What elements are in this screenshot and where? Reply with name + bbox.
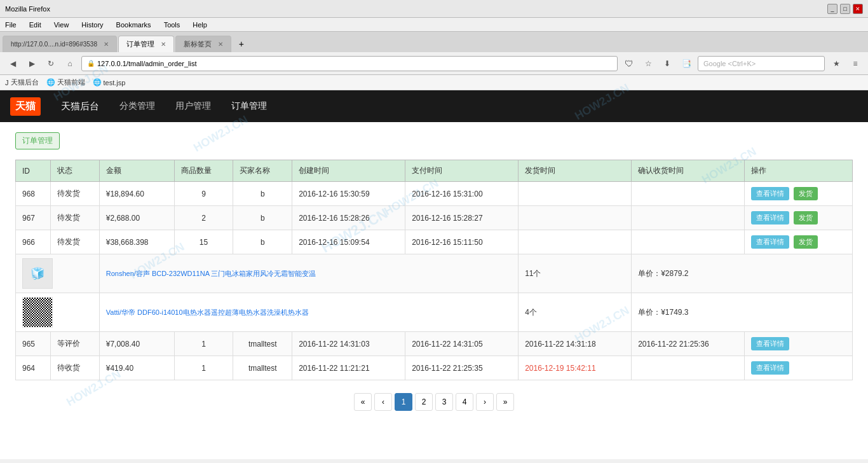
bookmark-tmall-admin[interactable]: J 天猫后台 [5,78,39,87]
cell-confirmed [632,206,745,230]
cell-amount: ¥419.40 [99,356,174,380]
menu-tools[interactable]: Tools [161,20,183,30]
detail-button-965[interactable]: 查看详情 [751,337,789,350]
col-shipped: 发货时间 [519,160,632,182]
cell-amount: ¥2,688.00 [99,206,174,230]
address-bar: ◀ ▶ ↻ ⌂ 🔒 127.0.0.1/tmall/admin_order_li… [0,52,868,75]
table-row: 967 待发货 ¥2,688.00 2 b 2016-12-16 15:28:2… [16,206,853,230]
cell-amount: ¥18,894.60 [99,182,174,206]
menu-edit[interactable]: Edit [27,20,44,30]
col-amount: 金额 [99,160,174,182]
bookmark-testjsp[interactable]: 🌐 test.jsp [93,78,126,86]
forward-button[interactable]: ▶ [24,56,39,71]
cell-shipped: 2016-12-19 15:42:11 [519,356,632,380]
cell-actions: 查看详情 [745,356,853,380]
product-link-fridge[interactable]: Ronshen/容声 BCD-232WD11NA 三门电冰箱家用风冷无霜智能变温 [106,270,316,277]
menu-help[interactable]: Help [190,20,210,30]
cell-actions: 查看详情 发货 [745,182,853,206]
ship-button-967[interactable]: 发货 [794,211,818,225]
page-next-button[interactable]: › [476,393,494,411]
tab-1-close[interactable]: ✕ [104,41,109,48]
table-row: 966 待发货 ¥38,668.398 15 b 2016-12-16 15:0… [16,230,853,254]
tab-3[interactable]: 新标签页 ✕ [175,36,231,52]
title-bar: Mozilla Firefox _ □ ✕ [0,0,868,18]
back-button[interactable]: ◀ [5,56,20,71]
cell-created: 2016-11-22 14:31:03 [292,332,405,356]
tab-2-label: 订单管理 [126,39,154,49]
detail-button-964[interactable]: 查看详情 [751,361,789,375]
cell-created: 2016-11-22 11:21:21 [292,356,405,380]
download-icon[interactable]: ⬇ [660,56,675,71]
nav-title: 天猫后台 [61,100,99,113]
cell-status: 等评价 [51,332,100,356]
url-bar[interactable]: 🔒 127.0.0.1/tmall/admin_order_list [81,56,618,71]
sidebar-icon[interactable]: 📑 [679,56,694,71]
product-img-cell-qr [16,293,100,332]
url-text: 127.0.0.1/tmall/admin_order_list [97,60,197,67]
product-image-qr [22,297,53,328]
tab-3-close[interactable]: ✕ [218,41,223,48]
cell-paid: 2016-11-22 14:31:05 [405,332,519,356]
menu-bar: File Edit View History Bookmarks Tools H… [0,18,868,32]
menu-view[interactable]: View [51,20,72,30]
home-button[interactable]: ⌂ [62,56,78,71]
favorites-icon[interactable]: ★ [829,56,844,71]
page-4-button[interactable]: 4 [456,393,473,411]
detail-button-967[interactable]: 查看详情 [751,211,789,225]
cell-status: 待发货 [51,206,100,230]
cell-id: 967 [16,206,51,230]
new-tab-button[interactable]: + [233,36,250,52]
product-detail-row-heater: Vatti/华帝 DDF60-i14010电热水器遥控超薄电热水器洗澡机热水器 … [16,293,853,332]
cell-paid: 2016-12-16 15:11:50 [405,230,519,254]
ship-button-968[interactable]: 发货 [794,187,818,200]
cell-confirmed: 2016-11-22 21:25:36 [632,332,745,356]
page-first-button[interactable]: « [354,393,372,411]
cell-status: 待发货 [51,182,100,206]
pagination: « ‹ 1 2 3 4 › » [15,380,853,424]
close-button[interactable]: ✕ [853,4,863,14]
page-3-button[interactable]: 3 [435,393,453,411]
ship-button-966[interactable]: 发货 [794,235,818,249]
cell-actions: 查看详情 [745,332,853,356]
cell-id: 966 [16,230,51,254]
menu-history[interactable]: History [79,20,105,30]
cell-buyer: b [233,230,292,254]
nav-link-category[interactable]: 分类管理 [119,100,155,112]
product-qty-cell: 11个 [519,254,632,293]
breadcrumb: 订单管理 [15,132,60,149]
window-controls: _ □ ✕ [827,4,863,14]
cell-confirmed [632,182,745,206]
bookmark-tmall-front[interactable]: 🌐 天猫前端 [46,78,85,87]
detail-button-968[interactable]: 查看详情 [751,187,789,200]
refresh-button[interactable]: ↻ [43,56,58,71]
nav-link-user[interactable]: 用户管理 [175,100,211,112]
tab-2[interactable]: 订单管理 ✕ [118,36,174,52]
cell-amount: ¥7,008.40 [99,332,174,356]
tab-1[interactable]: http://127.0.0....n.id=896#3538 ✕ [3,36,117,52]
menu-file[interactable]: File [3,20,19,30]
bookmark-star-icon[interactable]: ☆ [641,56,656,71]
bookmark-tmall-admin-icon: J [5,79,9,86]
product-link-heater[interactable]: Vatti/华帝 DDF60-i14010电热水器遥控超薄电热水器洗澡机热水器 [106,308,309,316]
minimize-button[interactable]: _ [827,4,837,14]
cell-quantity: 2 [174,206,233,230]
cell-id: 964 [16,356,51,380]
menu-bookmarks[interactable]: Bookmarks [114,20,154,30]
page-1-button[interactable]: 1 [395,393,412,411]
col-created: 创建时间 [292,160,405,182]
maximize-button[interactable]: □ [840,4,850,14]
page-2-button[interactable]: 2 [415,393,433,411]
detail-button-966[interactable]: 查看详情 [751,235,789,249]
page-last-button[interactable]: » [496,393,514,411]
settings-icon[interactable]: ≡ [848,56,863,71]
cell-buyer: b [233,206,292,230]
tab-2-close[interactable]: ✕ [161,41,166,48]
product-name-cell-heater: Vatti/华帝 DDF60-i14010电热水器遥控超薄电热水器洗澡机热水器 [99,293,518,332]
nav-link-order[interactable]: 订单管理 [231,100,267,112]
search-bar[interactable]: Google <Ctrl+K> [698,56,825,71]
bookmark-tmall-front-icon: 🌐 [46,78,55,86]
tab-1-label: http://127.0.0....n.id=896#3538 [11,41,97,48]
cell-buyer: tmalltest [233,332,292,356]
product-img-cell: 🧊 [16,254,100,293]
page-prev-button[interactable]: ‹ [374,393,392,411]
